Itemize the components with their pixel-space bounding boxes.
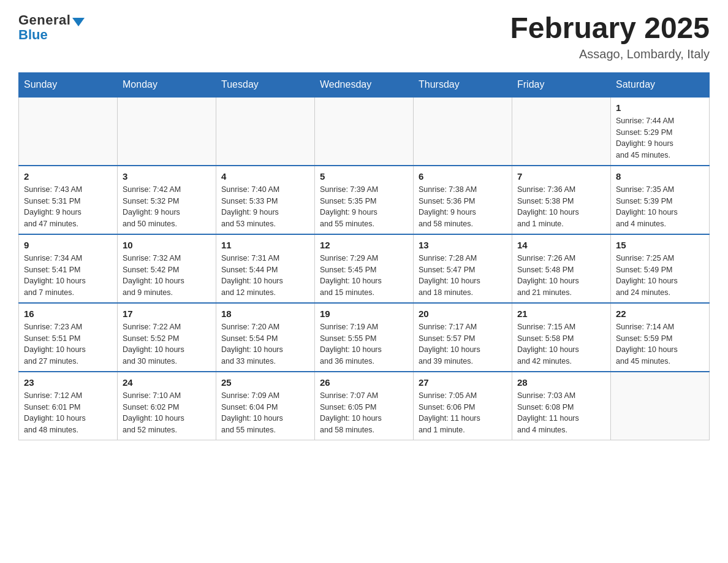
calendar-cell: 25Sunrise: 7:09 AMSunset: 6:04 PMDayligh… <box>216 372 315 440</box>
day-number: 5 <box>320 171 408 182</box>
day-info: Sunrise: 7:42 AMSunset: 5:32 PMDaylight:… <box>123 184 211 230</box>
weekday-header-saturday: Saturday <box>611 72 710 97</box>
weekday-header-tuesday: Tuesday <box>216 72 315 97</box>
day-number: 25 <box>221 377 309 388</box>
day-number: 4 <box>221 171 309 182</box>
calendar-cell: 16Sunrise: 7:23 AMSunset: 5:51 PMDayligh… <box>19 303 118 372</box>
calendar-cell: 6Sunrise: 7:38 AMSunset: 5:36 PMDaylight… <box>414 166 512 234</box>
day-number: 13 <box>419 240 507 250</box>
month-title: February 2025 <box>510 12 710 45</box>
calendar-cell: 4Sunrise: 7:40 AMSunset: 5:33 PMDaylight… <box>216 166 315 234</box>
calendar-cell <box>315 97 414 166</box>
day-info: Sunrise: 7:05 AMSunset: 6:06 PMDaylight:… <box>419 390 507 436</box>
title-area: February 2025 Assago, Lombardy, Italy <box>510 12 710 61</box>
calendar-cell: 7Sunrise: 7:36 AMSunset: 5:38 PMDaylight… <box>512 166 611 234</box>
calendar-cell: 15Sunrise: 7:25 AMSunset: 5:49 PMDayligh… <box>611 234 710 303</box>
day-number: 9 <box>24 240 112 250</box>
weekday-header-row: SundayMondayTuesdayWednesdayThursdayFrid… <box>19 72 710 97</box>
calendar-cell: 24Sunrise: 7:10 AMSunset: 6:02 PMDayligh… <box>118 372 216 440</box>
day-info: Sunrise: 7:31 AMSunset: 5:44 PMDaylight:… <box>221 253 309 299</box>
logo-arrow-icon <box>72 18 85 26</box>
page-header: General Blue February 2025 Assago, Lomba… <box>18 12 710 61</box>
day-number: 2 <box>24 171 112 182</box>
week-row-1: 1Sunrise: 7:44 AMSunset: 5:29 PMDaylight… <box>19 97 710 166</box>
day-number: 18 <box>221 308 309 319</box>
day-number: 6 <box>419 171 507 182</box>
day-info: Sunrise: 7:32 AMSunset: 5:42 PMDaylight:… <box>123 253 211 299</box>
logo-blue-text: Blue <box>18 27 48 43</box>
calendar-cell: 5Sunrise: 7:39 AMSunset: 5:35 PMDaylight… <box>315 166 414 234</box>
calendar-cell: 3Sunrise: 7:42 AMSunset: 5:32 PMDaylight… <box>118 166 216 234</box>
day-number: 19 <box>320 308 408 319</box>
day-info: Sunrise: 7:22 AMSunset: 5:52 PMDaylight:… <box>123 321 211 367</box>
day-number: 24 <box>123 377 211 388</box>
day-number: 1 <box>616 102 704 113</box>
calendar-cell: 23Sunrise: 7:12 AMSunset: 6:01 PMDayligh… <box>19 372 118 440</box>
calendar-table: SundayMondayTuesdayWednesdayThursdayFrid… <box>18 72 710 440</box>
calendar-cell <box>118 97 216 166</box>
day-info: Sunrise: 7:26 AMSunset: 5:48 PMDaylight:… <box>517 253 605 299</box>
calendar-cell: 2Sunrise: 7:43 AMSunset: 5:31 PMDaylight… <box>19 166 118 234</box>
day-info: Sunrise: 7:43 AMSunset: 5:31 PMDaylight:… <box>24 184 112 230</box>
day-number: 12 <box>320 240 408 250</box>
calendar-cell: 18Sunrise: 7:20 AMSunset: 5:54 PMDayligh… <box>216 303 315 372</box>
calendar-cell: 20Sunrise: 7:17 AMSunset: 5:57 PMDayligh… <box>414 303 512 372</box>
calendar-cell: 14Sunrise: 7:26 AMSunset: 5:48 PMDayligh… <box>512 234 611 303</box>
day-info: Sunrise: 7:19 AMSunset: 5:55 PMDaylight:… <box>320 321 408 367</box>
calendar-cell <box>512 97 611 166</box>
calendar-cell <box>19 97 118 166</box>
day-info: Sunrise: 7:14 AMSunset: 5:59 PMDaylight:… <box>616 321 704 367</box>
day-info: Sunrise: 7:07 AMSunset: 6:05 PMDaylight:… <box>320 390 408 436</box>
day-number: 22 <box>616 308 704 319</box>
weekday-header-friday: Friday <box>512 72 611 97</box>
day-info: Sunrise: 7:28 AMSunset: 5:47 PMDaylight:… <box>419 253 507 299</box>
day-number: 11 <box>221 240 309 250</box>
calendar-cell: 19Sunrise: 7:19 AMSunset: 5:55 PMDayligh… <box>315 303 414 372</box>
day-info: Sunrise: 7:35 AMSunset: 5:39 PMDaylight:… <box>616 184 704 230</box>
day-number: 28 <box>517 377 605 388</box>
day-info: Sunrise: 7:44 AMSunset: 5:29 PMDaylight:… <box>616 115 704 161</box>
day-number: 3 <box>123 171 211 182</box>
day-info: Sunrise: 7:36 AMSunset: 5:38 PMDaylight:… <box>517 184 605 230</box>
calendar-cell <box>414 97 512 166</box>
day-info: Sunrise: 7:39 AMSunset: 5:35 PMDaylight:… <box>320 184 408 230</box>
day-number: 7 <box>517 171 605 182</box>
weekday-header-monday: Monday <box>118 72 216 97</box>
logo: General Blue <box>18 12 85 43</box>
day-info: Sunrise: 7:40 AMSunset: 5:33 PMDaylight:… <box>221 184 309 230</box>
day-number: 20 <box>419 308 507 319</box>
day-info: Sunrise: 7:09 AMSunset: 6:04 PMDaylight:… <box>221 390 309 436</box>
day-info: Sunrise: 7:12 AMSunset: 6:01 PMDaylight:… <box>24 390 112 436</box>
calendar-cell: 17Sunrise: 7:22 AMSunset: 5:52 PMDayligh… <box>118 303 216 372</box>
calendar-cell: 11Sunrise: 7:31 AMSunset: 5:44 PMDayligh… <box>216 234 315 303</box>
calendar-cell: 10Sunrise: 7:32 AMSunset: 5:42 PMDayligh… <box>118 234 216 303</box>
day-number: 10 <box>123 240 211 250</box>
calendar-cell: 28Sunrise: 7:03 AMSunset: 6:08 PMDayligh… <box>512 372 611 440</box>
day-info: Sunrise: 7:29 AMSunset: 5:45 PMDaylight:… <box>320 253 408 299</box>
week-row-4: 16Sunrise: 7:23 AMSunset: 5:51 PMDayligh… <box>19 303 710 372</box>
location-text: Assago, Lombardy, Italy <box>510 47 710 61</box>
calendar-cell: 26Sunrise: 7:07 AMSunset: 6:05 PMDayligh… <box>315 372 414 440</box>
day-number: 27 <box>419 377 507 388</box>
day-info: Sunrise: 7:38 AMSunset: 5:36 PMDaylight:… <box>419 184 507 230</box>
weekday-header-sunday: Sunday <box>19 72 118 97</box>
day-info: Sunrise: 7:23 AMSunset: 5:51 PMDaylight:… <box>24 321 112 367</box>
day-number: 14 <box>517 240 605 250</box>
logo-general-text: General <box>18 12 70 28</box>
week-row-5: 23Sunrise: 7:12 AMSunset: 6:01 PMDayligh… <box>19 372 710 440</box>
weekday-header-thursday: Thursday <box>414 72 512 97</box>
day-info: Sunrise: 7:15 AMSunset: 5:58 PMDaylight:… <box>517 321 605 367</box>
calendar-cell: 12Sunrise: 7:29 AMSunset: 5:45 PMDayligh… <box>315 234 414 303</box>
calendar-cell <box>216 97 315 166</box>
week-row-2: 2Sunrise: 7:43 AMSunset: 5:31 PMDaylight… <box>19 166 710 234</box>
day-number: 23 <box>24 377 112 388</box>
calendar-cell: 22Sunrise: 7:14 AMSunset: 5:59 PMDayligh… <box>611 303 710 372</box>
day-number: 17 <box>123 308 211 319</box>
calendar-cell <box>611 372 710 440</box>
week-row-3: 9Sunrise: 7:34 AMSunset: 5:41 PMDaylight… <box>19 234 710 303</box>
calendar-cell: 13Sunrise: 7:28 AMSunset: 5:47 PMDayligh… <box>414 234 512 303</box>
calendar-cell: 1Sunrise: 7:44 AMSunset: 5:29 PMDaylight… <box>611 97 710 166</box>
day-info: Sunrise: 7:03 AMSunset: 6:08 PMDaylight:… <box>517 390 605 436</box>
calendar-cell: 8Sunrise: 7:35 AMSunset: 5:39 PMDaylight… <box>611 166 710 234</box>
day-number: 16 <box>24 308 112 319</box>
